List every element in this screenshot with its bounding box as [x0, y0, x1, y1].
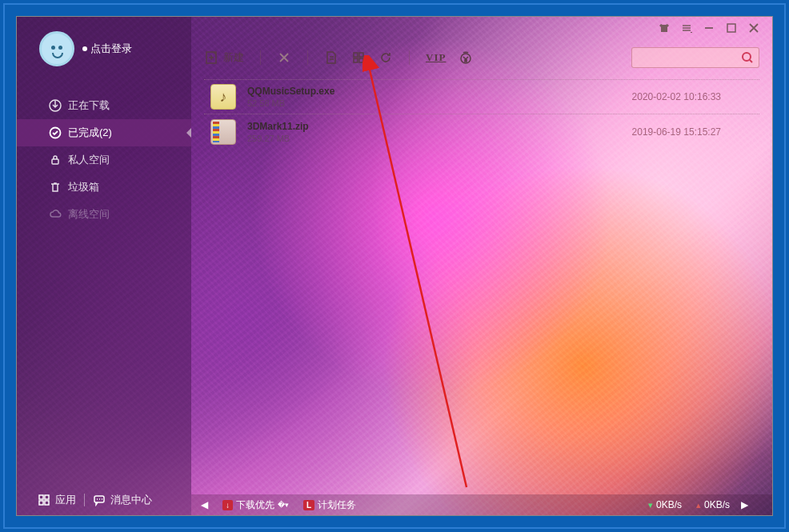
file-name: 3DMark11.zip	[247, 121, 309, 132]
apps-label: 应用	[55, 493, 76, 507]
outer-frame: 点击登录 正在下载 已完成(2) 私人空间 垃圾箱 离线空间	[3, 3, 786, 529]
zip-file-icon	[210, 119, 236, 145]
file-row[interactable]: 3DMark11.zip 259.27 MB 2019-06-19 15:15:…	[204, 114, 759, 150]
close-button[interactable]	[748, 22, 759, 34]
file-row[interactable]: ♪ QQMusicSetup.exe 52.58 MB 2020-02-02 1…	[204, 79, 759, 114]
file-name: QQMusicSetup.exe	[247, 86, 334, 97]
vip-button[interactable]: VIP	[426, 51, 446, 64]
svg-rect-8	[727, 24, 735, 32]
svg-rect-6	[45, 501, 49, 505]
file-size: 52.58 MB	[247, 98, 334, 108]
up-arrow-icon: ▴	[696, 500, 701, 510]
refresh-icon	[378, 50, 393, 65]
svg-point-15	[743, 53, 751, 61]
grid-icon	[38, 494, 50, 506]
new-label: 新建	[223, 50, 244, 65]
coin-button[interactable]	[459, 50, 473, 65]
priority-label: 下载优先	[236, 498, 274, 512]
sidebar-item-label: 正在下载	[68, 98, 110, 113]
app-window: 点击登录 正在下载 已完成(2) 私人空间 垃圾箱 离线空间	[16, 16, 773, 516]
menu-dropdown-icon[interactable]	[681, 22, 692, 34]
skin-icon[interactable]	[659, 22, 670, 34]
download-priority-button[interactable]: ↓ 下载优先 �▾	[222, 498, 289, 512]
messages-label: 消息中心	[110, 493, 152, 507]
toolbar-separator	[409, 50, 410, 65]
sidebar-bottom: 应用 消息中心	[17, 493, 191, 507]
toolbar-separator	[260, 50, 261, 65]
toolbar: 新建 VIP	[204, 44, 759, 71]
login-block[interactable]: 点击登录	[17, 17, 191, 66]
scheduled-tasks-button[interactable]: L 计划任务	[303, 498, 356, 512]
sidebar-item-offline[interactable]: 离线空间	[17, 201, 191, 228]
svg-rect-5	[39, 501, 43, 505]
statusbar: ◀ ↓ 下载优先 �▾ L 计划任务 ▾ 0KB/s ▴ 0KB/s ▶	[191, 494, 772, 515]
svg-rect-12	[354, 58, 358, 62]
svg-rect-2	[52, 159, 58, 164]
minimize-button[interactable]	[703, 22, 715, 34]
toolbar-separator	[307, 50, 308, 65]
delete-button[interactable]	[277, 50, 291, 65]
vip-label: VIP	[426, 51, 446, 64]
messages-button[interactable]: 消息中心	[93, 493, 152, 507]
sidebar-item-label: 垃圾箱	[68, 180, 99, 194]
sidebar-item-label: 已完成(2)	[68, 126, 112, 140]
file-date: 2020-02-02 10:16:33	[632, 91, 753, 102]
maximize-button[interactable]	[726, 22, 737, 34]
svg-rect-11	[359, 53, 363, 57]
sidebar-item-label: 离线空间	[68, 207, 110, 222]
upload-speed: ▴ 0KB/s	[696, 499, 730, 510]
check-circle-icon	[49, 126, 62, 139]
sidebar: 点击登录 正在下载 已完成(2) 私人空间 垃圾箱 离线空间	[17, 17, 191, 515]
coin-icon	[459, 50, 473, 65]
collapse-button[interactable]: ◀	[201, 499, 208, 510]
file-date: 2019-06-19 15:15:27	[632, 126, 753, 138]
file-size: 259.27 MB	[247, 134, 309, 143]
document-icon	[324, 50, 338, 65]
chevron-left-icon: ◀	[201, 499, 208, 510]
sidebar-item-private[interactable]: 私人空间	[17, 146, 191, 174]
sidebar-item-trash[interactable]: 垃圾箱	[17, 174, 191, 201]
titlebar	[659, 17, 772, 39]
trash-icon	[49, 181, 62, 194]
sidebar-item-label: 私人空间	[68, 153, 110, 167]
grid-icon	[351, 50, 366, 65]
grid-view-button[interactable]	[351, 50, 366, 65]
lock-icon	[49, 154, 62, 166]
new-icon	[204, 50, 218, 65]
svg-rect-13	[359, 58, 363, 62]
main-area: 新建 VIP	[191, 17, 772, 515]
search-icon	[741, 51, 754, 64]
priority-badge-icon: ↓	[222, 500, 233, 510]
chevron-down-icon: �▾	[278, 501, 289, 509]
down-speed-value: 0KB/s	[656, 499, 682, 510]
download-icon	[49, 99, 62, 112]
login-label: 点击登录	[82, 42, 132, 56]
refresh-button[interactable]	[378, 50, 393, 65]
expand-button[interactable]: ▶	[741, 499, 748, 510]
chat-icon	[93, 494, 106, 506]
svg-rect-10	[354, 53, 358, 57]
search-input[interactable]	[631, 47, 759, 68]
divider	[84, 494, 85, 506]
download-speed: ▾ 0KB/s	[648, 499, 682, 510]
apps-button[interactable]: 应用	[38, 493, 76, 507]
tasks-label: 计划任务	[318, 498, 356, 512]
open-folder-button[interactable]	[324, 50, 338, 65]
svg-rect-4	[45, 495, 49, 499]
sidebar-item-completed[interactable]: 已完成(2)	[17, 119, 191, 146]
nav: 正在下载 已完成(2) 私人空间 垃圾箱 离线空间	[17, 92, 191, 228]
delete-icon	[277, 50, 291, 65]
exe-file-icon: ♪	[210, 84, 236, 110]
avatar	[39, 31, 74, 66]
cloud-icon	[49, 208, 62, 221]
down-arrow-icon: ▾	[648, 500, 653, 510]
file-list: ♪ QQMusicSetup.exe 52.58 MB 2020-02-02 1…	[204, 79, 759, 150]
up-speed-value: 0KB/s	[704, 499, 730, 510]
chevron-right-icon: ▶	[741, 499, 748, 510]
svg-rect-3	[39, 495, 43, 499]
new-button[interactable]: 新建	[204, 50, 244, 65]
tasks-badge-icon: L	[303, 500, 314, 510]
sidebar-item-downloading[interactable]: 正在下载	[17, 92, 191, 119]
